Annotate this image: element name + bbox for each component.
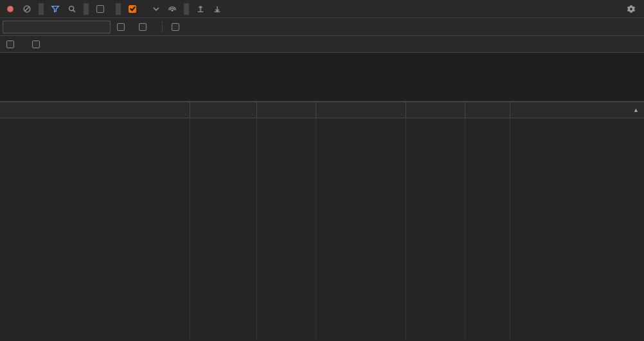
download-har-icon[interactable]: [210, 3, 225, 15]
clear-button[interactable]: [19, 3, 35, 15]
svg-line-2: [25, 6, 30, 11]
search-icon[interactable]: [64, 3, 80, 15]
col-time-header[interactable]: [465, 102, 510, 118]
network-conditions-icon[interactable]: [165, 3, 180, 15]
col-name-header[interactable]: [0, 102, 190, 118]
chevron-down-icon: [153, 6, 159, 12]
svg-point-0: [7, 6, 13, 12]
svg-point-3: [69, 6, 74, 10]
col-status-header[interactable]: [190, 102, 257, 118]
svg-point-5: [172, 10, 173, 11]
disable-cache-checkbox[interactable]: [125, 5, 144, 13]
col-size-header[interactable]: [406, 102, 465, 118]
throttling-select[interactable]: [145, 6, 163, 12]
upload-har-icon[interactable]: [193, 3, 208, 15]
overview-track: [0, 68, 644, 80]
network-toolbar: [0, 0, 644, 18]
ruler: [0, 53, 644, 64]
has-blocked-cookies-checkbox[interactable]: [168, 23, 187, 31]
preserve-log-checkbox[interactable]: [93, 5, 112, 13]
col-waterfall-header[interactable]: ▲: [510, 102, 644, 118]
settings-icon[interactable]: [623, 3, 639, 15]
timeline-overview[interactable]: [0, 53, 644, 102]
request-table[interactable]: [0, 118, 644, 340]
filter-bar-2: [0, 36, 644, 53]
col-initiator-header[interactable]: [316, 102, 406, 118]
svg-line-4: [73, 10, 75, 12]
invert-checkbox[interactable]: [113, 23, 132, 31]
filter-input[interactable]: [3, 21, 111, 33]
filter-bar: [0, 18, 644, 36]
overview-track-2: [0, 81, 644, 89]
sort-icon: ▲: [633, 107, 639, 113]
third-party-checkbox[interactable]: [28, 41, 48, 48]
col-type-header[interactable]: [257, 102, 316, 118]
record-button[interactable]: [3, 3, 18, 15]
hide-data-urls-checkbox[interactable]: [135, 23, 154, 31]
table-header: ▲: [0, 102, 644, 118]
blocked-requests-checkbox[interactable]: [3, 41, 22, 48]
filter-toggle-icon[interactable]: [48, 3, 63, 15]
